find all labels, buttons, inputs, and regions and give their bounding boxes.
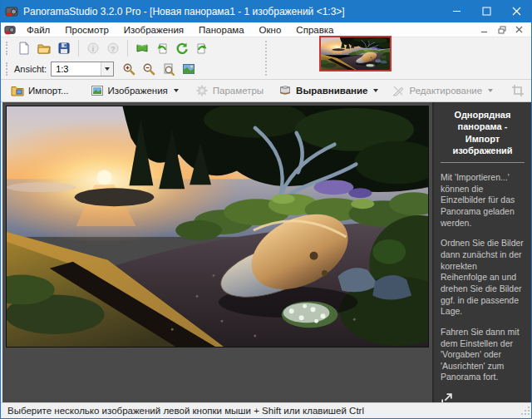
sidebar-paragraph: Mit 'Importieren...' können die Einzelbi… xyxy=(441,172,525,229)
menu-view[interactable]: Просмотр xyxy=(57,22,116,37)
new-project-button[interactable] xyxy=(14,39,34,57)
tab-editing: Редактирование xyxy=(392,84,493,97)
mdi-close-icon[interactable] xyxy=(514,25,525,35)
open-button[interactable] xyxy=(34,39,54,57)
chevron-down-icon[interactable] xyxy=(174,89,179,95)
window-title: PanoramaStudio 3.2.0 Pro - [Новая панора… xyxy=(23,6,441,17)
menu-panorama[interactable]: Панорама xyxy=(191,22,252,37)
chevron-down-icon xyxy=(105,67,110,73)
toolbar-separator xyxy=(127,40,128,57)
fit-to-window-button[interactable] xyxy=(179,60,199,78)
sidebar-paragraph: Ordnen Sie die Bilder dann zunächst in d… xyxy=(441,238,525,317)
info-button: i xyxy=(83,39,103,57)
status-bar: Выберите несколько изображений левой кно… xyxy=(1,402,531,418)
tab-images[interactable]: Изображения xyxy=(91,84,179,97)
mdi-restore-icon[interactable] xyxy=(496,25,507,35)
zoom-level-select[interactable]: 1:3 xyxy=(51,62,114,76)
image-thumbnail[interactable] xyxy=(319,36,392,71)
toolbar-separator xyxy=(78,40,79,57)
toolbar-gripper[interactable] xyxy=(6,42,7,55)
help-button: ? xyxy=(103,39,123,57)
rotate-left-button[interactable] xyxy=(152,39,172,57)
menu-bar: Файл Просмотр Изображения Панорама Окно … xyxy=(1,22,531,37)
workflow-bar: Импорт... Изображения Параметры Выравнив… xyxy=(1,80,531,102)
menu-window[interactable]: Окно xyxy=(252,22,289,37)
view-label: Ansicht: xyxy=(14,64,47,74)
toolbar-area: i ? Ansicht: 1:3 xyxy=(1,37,531,80)
refresh-button[interactable] xyxy=(172,39,192,57)
chevron-down-icon[interactable] xyxy=(373,89,378,95)
document-icon[interactable] xyxy=(4,24,16,36)
zoom-out-button[interactable] xyxy=(139,60,159,78)
toolbar-separator xyxy=(265,41,267,76)
tab-parameters: Параметры xyxy=(195,84,264,97)
menu-help[interactable]: Справка xyxy=(288,22,341,37)
app-window: PanoramaStudio 3.2.0 Pro - [Новая панора… xyxy=(0,0,532,419)
mdi-controls xyxy=(479,25,531,35)
rotate-right-button[interactable] xyxy=(192,39,212,57)
maximize-button[interactable] xyxy=(471,0,501,22)
sidebar-title: Однорядная панорама - Импорт изображений xyxy=(441,106,525,163)
status-message: Выберите несколько изображений левой кно… xyxy=(7,406,364,416)
zoom-in-button[interactable] xyxy=(119,60,139,78)
chevron-down-icon xyxy=(488,89,493,95)
close-button[interactable] xyxy=(501,0,531,22)
svg-text:i: i xyxy=(92,44,95,52)
sidebar-paragraph: Fahren Sie dann mit dem Einstellen der '… xyxy=(441,327,525,383)
combo-dropdown-button[interactable] xyxy=(101,62,113,76)
app-icon xyxy=(5,5,18,18)
crop-button xyxy=(511,81,525,100)
menu-images[interactable]: Изображения xyxy=(116,22,191,37)
tab-import[interactable]: Импорт... xyxy=(11,84,69,97)
canvas xyxy=(2,102,432,402)
help-sidebar: Однорядная панорама - Импорт изображений… xyxy=(432,102,531,402)
svg-text:?: ? xyxy=(111,44,116,52)
new-panorama-button[interactable] xyxy=(132,39,152,57)
resize-grip[interactable] xyxy=(520,405,530,417)
title-bar: PanoramaStudio 3.2.0 Pro - [Новая панора… xyxy=(1,0,531,22)
panorama-source-image[interactable] xyxy=(6,106,429,348)
zoom-actual-size-button[interactable] xyxy=(159,60,179,78)
menu-file[interactable]: Файл xyxy=(19,22,57,37)
main-area: Однорядная панорама - Импорт изображений… xyxy=(1,102,531,402)
toolbar-gripper[interactable] xyxy=(6,62,7,76)
zoom-level-value: 1:3 xyxy=(56,64,68,74)
minimize-button[interactable] xyxy=(441,0,471,22)
tab-alignment[interactable]: Выравнивание xyxy=(278,84,378,97)
save-button[interactable] xyxy=(54,39,74,57)
mdi-minimize-icon[interactable] xyxy=(479,25,490,35)
